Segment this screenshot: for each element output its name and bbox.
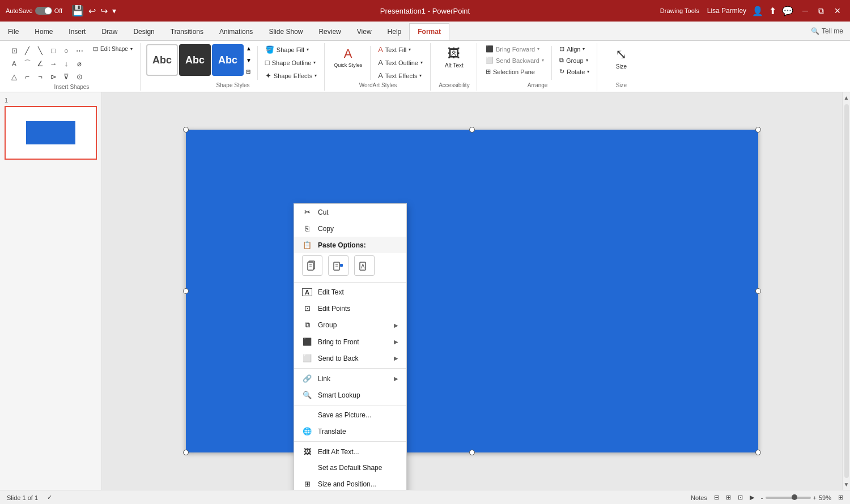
shape-textbox[interactable]: ⊡ [8, 44, 20, 57]
customize-icon[interactable]: ▾ [112, 6, 116, 15]
tab-format[interactable]: Format [409, 23, 449, 40]
selection-pane-btn[interactable]: ⊞ Selection Pane [483, 67, 547, 76]
to-arrow[interactable]: ▾ [420, 60, 423, 65]
shape-corner2[interactable]: ¬ [34, 70, 46, 83]
tab-transitions[interactable]: Transitions [163, 24, 211, 40]
shape-oval[interactable]: ○ [60, 44, 73, 57]
ctx-edit-alt[interactable]: 🖼 Edit Alt Text... [294, 443, 406, 460]
tab-view[interactable]: View [349, 24, 380, 40]
shape-chevron[interactable]: ⊳ [47, 70, 60, 83]
tf-arrow[interactable]: ▾ [409, 47, 411, 52]
close-button[interactable]: ✕ [831, 5, 844, 17]
shape-line2[interactable]: ╲ [34, 44, 46, 57]
align-arrow[interactable]: ▾ [583, 46, 585, 52]
shape-chevron2[interactable]: ⊽ [60, 70, 73, 83]
rotate-arrow[interactable]: ▾ [587, 69, 589, 74]
handle-bot-mid[interactable] [469, 450, 475, 455]
shape-effects-btn[interactable]: ✦ Shape Effects ▾ [262, 70, 320, 81]
ribbon-search[interactable]: 🔍 Tell me [811, 27, 850, 35]
align-btn[interactable]: ⊟ Align ▾ [556, 44, 592, 54]
group-arrow[interactable]: ▾ [586, 58, 588, 63]
send-backward-btn[interactable]: ⬜ Send Backward ▾ [483, 55, 547, 65]
reading-view-icon[interactable]: ⊡ [738, 494, 743, 501]
styles-expand-down[interactable]: ▼ [245, 56, 253, 65]
tab-insert[interactable]: Insert [61, 24, 94, 40]
shape-rect[interactable]: □ [47, 44, 60, 57]
tab-review[interactable]: Review [311, 24, 348, 40]
zoom-level[interactable]: 59% [819, 494, 831, 501]
ctx-group[interactable]: ⧉ Group ▶ [294, 317, 406, 334]
outline-arrow[interactable]: ▾ [313, 60, 316, 65]
handle-bot-right[interactable] [755, 450, 761, 455]
shape-edit[interactable]: A [8, 57, 20, 70]
shape-arrow[interactable]: → [47, 57, 60, 70]
tab-animations[interactable]: Animations [211, 24, 261, 40]
alt-text-btn[interactable]: 🖼 Alt Text [441, 44, 467, 71]
restore-button[interactable]: ⧉ [815, 5, 827, 17]
rotate-btn[interactable]: ↻ Rotate ▾ [556, 67, 592, 76]
handle-top-right[interactable] [755, 127, 761, 133]
comments-icon[interactable]: 💬 [782, 6, 793, 16]
size-btn[interactable]: ⤡ Size [610, 44, 632, 72]
fill-arrow[interactable]: ▾ [307, 47, 309, 52]
ctx-link[interactable]: 🔗 Link ▶ [294, 370, 406, 387]
ctx-bring-front[interactable]: ⬛ Bring to Front ▶ [294, 334, 406, 350]
handle-bot-left[interactable] [183, 450, 189, 455]
scroll-down[interactable]: ▼ [842, 479, 850, 490]
shape-outline-btn[interactable]: □ Shape Outline ▾ [262, 57, 320, 68]
ctx-save-picture[interactable]: Save as Picture... [294, 407, 406, 423]
ctx-copy[interactable]: ⎘ Copy [294, 220, 406, 237]
text-fill-btn[interactable]: A Text Fill ▾ [375, 44, 426, 55]
sb-arrow[interactable]: ▾ [542, 58, 544, 63]
ctx-cut[interactable]: ✂ Cut [294, 204, 406, 220]
te-arrow[interactable]: ▾ [419, 73, 422, 78]
tab-file[interactable]: File [0, 24, 27, 40]
scroll-up[interactable]: ▲ [842, 92, 850, 103]
shape-more[interactable]: ⋯ [73, 44, 86, 57]
notes-btn[interactable]: Notes [691, 494, 707, 501]
styles-more[interactable]: ⊟ [245, 67, 253, 76]
share-icon[interactable]: ⬆ [769, 6, 776, 16]
zoom-out-btn[interactable]: - [761, 494, 763, 501]
autosave-toggle[interactable] [35, 7, 52, 15]
shape-line[interactable]: ╱ [21, 44, 33, 57]
handle-top-left[interactable] [183, 127, 189, 133]
tab-slideshow[interactable]: Slide Show [261, 24, 311, 40]
style-preset-1[interactable]: Abc [146, 44, 178, 76]
fit-window-btn[interactable]: ⊞ [838, 494, 843, 501]
ctx-smart-lookup[interactable]: 🔍 Smart Lookup [294, 387, 406, 403]
effects-arrow[interactable]: ▾ [314, 73, 317, 78]
quick-styles-btn[interactable]: A Quick Styles [330, 44, 366, 70]
shape-corner[interactable]: ⌐ [21, 70, 33, 83]
slide-thumbnail[interactable] [5, 106, 97, 160]
redo-icon[interactable]: ↪ [100, 6, 108, 16]
zoom-in-btn[interactable]: + [813, 494, 817, 501]
profile-icon[interactable]: 👤 [752, 6, 763, 16]
paste-btn-2[interactable] [328, 255, 348, 276]
paste-btn-3[interactable]: A [354, 255, 375, 276]
edit-shape-btn[interactable]: ⊟ Edit Shape ▾ [90, 44, 135, 54]
group-btn[interactable]: ⧉ Group ▾ [556, 55, 592, 65]
shape-curve[interactable]: ⌒ [21, 57, 33, 70]
shape-fill-btn[interactable]: 🪣 Shape Fill ▾ [262, 44, 320, 55]
save-icon[interactable]: 💾 [71, 5, 84, 17]
ctx-send-back[interactable]: ⬜ Send to Back ▶ [294, 350, 406, 366]
ctx-edit-text[interactable]: A Edit Text [294, 284, 406, 300]
shape-free[interactable]: ⌀ [73, 57, 86, 70]
handle-top-mid[interactable] [469, 127, 475, 133]
scroll-track[interactable] [844, 104, 849, 478]
style-preset-3[interactable]: Abc [212, 44, 244, 76]
text-effects-btn[interactable]: A Text Effects ▾ [375, 70, 426, 81]
shape-triangle[interactable]: △ [8, 70, 20, 83]
zoom-slider[interactable] [766, 497, 811, 499]
bring-forward-btn[interactable]: ⬛ Bring Forward ▾ [483, 44, 547, 54]
shape-arrow2[interactable]: ↓ [60, 57, 73, 70]
bf-arrow[interactable]: ▾ [537, 46, 539, 52]
blue-rectangle[interactable] [186, 130, 758, 452]
tab-design[interactable]: Design [125, 24, 162, 40]
style-preset-2[interactable]: Abc [179, 44, 211, 76]
normal-view-icon[interactable]: ⊟ [714, 494, 719, 501]
slide-sorter-icon[interactable]: ⊞ [726, 494, 731, 501]
styles-expand-up[interactable]: ▲ [245, 44, 253, 53]
shape-angle[interactable]: ∠ [34, 57, 46, 70]
